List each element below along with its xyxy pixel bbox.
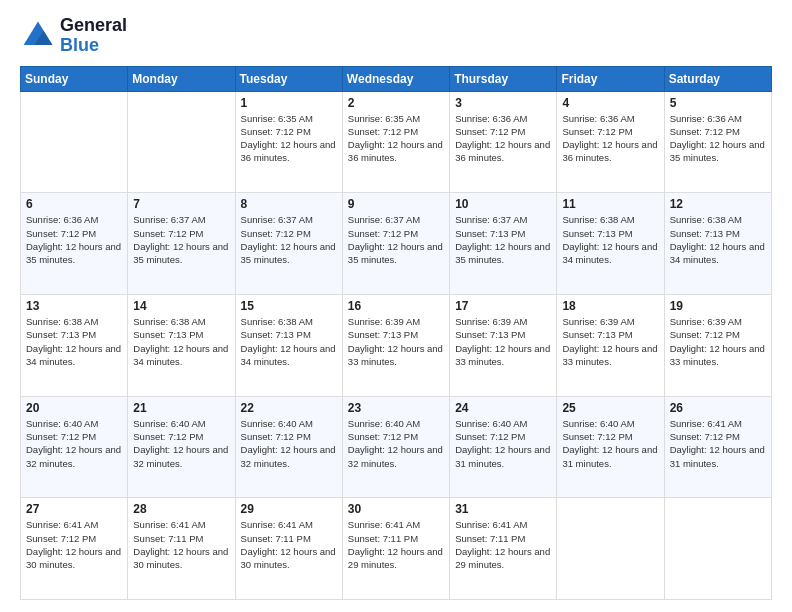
day-number: 31 xyxy=(455,502,551,516)
day-number: 3 xyxy=(455,96,551,110)
table-row: 14Sunrise: 6:38 AM Sunset: 7:13 PM Dayli… xyxy=(128,294,235,396)
header: General Blue xyxy=(20,16,772,56)
day-info: Sunrise: 6:40 AM Sunset: 7:12 PM Dayligh… xyxy=(348,417,444,470)
table-row: 27Sunrise: 6:41 AM Sunset: 7:12 PM Dayli… xyxy=(21,498,128,600)
day-number: 14 xyxy=(133,299,229,313)
day-info: Sunrise: 6:39 AM Sunset: 7:12 PM Dayligh… xyxy=(670,315,766,368)
table-row: 4Sunrise: 6:36 AM Sunset: 7:12 PM Daylig… xyxy=(557,91,664,193)
day-info: Sunrise: 6:36 AM Sunset: 7:12 PM Dayligh… xyxy=(670,112,766,165)
day-number: 19 xyxy=(670,299,766,313)
day-info: Sunrise: 6:39 AM Sunset: 7:13 PM Dayligh… xyxy=(455,315,551,368)
table-row: 22Sunrise: 6:40 AM Sunset: 7:12 PM Dayli… xyxy=(235,396,342,498)
day-info: Sunrise: 6:41 AM Sunset: 7:11 PM Dayligh… xyxy=(133,518,229,571)
table-row: 26Sunrise: 6:41 AM Sunset: 7:12 PM Dayli… xyxy=(664,396,771,498)
day-number: 23 xyxy=(348,401,444,415)
table-row: 15Sunrise: 6:38 AM Sunset: 7:13 PM Dayli… xyxy=(235,294,342,396)
day-info: Sunrise: 6:41 AM Sunset: 7:12 PM Dayligh… xyxy=(26,518,122,571)
table-row: 10Sunrise: 6:37 AM Sunset: 7:13 PM Dayli… xyxy=(450,193,557,295)
day-info: Sunrise: 6:40 AM Sunset: 7:12 PM Dayligh… xyxy=(455,417,551,470)
table-row: 31Sunrise: 6:41 AM Sunset: 7:11 PM Dayli… xyxy=(450,498,557,600)
table-row: 28Sunrise: 6:41 AM Sunset: 7:11 PM Dayli… xyxy=(128,498,235,600)
day-number: 17 xyxy=(455,299,551,313)
day-number: 24 xyxy=(455,401,551,415)
day-info: Sunrise: 6:35 AM Sunset: 7:12 PM Dayligh… xyxy=(348,112,444,165)
table-row xyxy=(557,498,664,600)
day-info: Sunrise: 6:38 AM Sunset: 7:13 PM Dayligh… xyxy=(562,213,658,266)
calendar-week-row: 13Sunrise: 6:38 AM Sunset: 7:13 PM Dayli… xyxy=(21,294,772,396)
day-info: Sunrise: 6:40 AM Sunset: 7:12 PM Dayligh… xyxy=(241,417,337,470)
table-row: 6Sunrise: 6:36 AM Sunset: 7:12 PM Daylig… xyxy=(21,193,128,295)
day-info: Sunrise: 6:38 AM Sunset: 7:13 PM Dayligh… xyxy=(26,315,122,368)
day-number: 15 xyxy=(241,299,337,313)
day-number: 6 xyxy=(26,197,122,211)
day-number: 9 xyxy=(348,197,444,211)
calendar-table: Sunday Monday Tuesday Wednesday Thursday… xyxy=(20,66,772,600)
table-row: 24Sunrise: 6:40 AM Sunset: 7:12 PM Dayli… xyxy=(450,396,557,498)
day-info: Sunrise: 6:38 AM Sunset: 7:13 PM Dayligh… xyxy=(133,315,229,368)
day-number: 30 xyxy=(348,502,444,516)
col-friday: Friday xyxy=(557,66,664,91)
table-row: 21Sunrise: 6:40 AM Sunset: 7:12 PM Dayli… xyxy=(128,396,235,498)
table-row: 2Sunrise: 6:35 AM Sunset: 7:12 PM Daylig… xyxy=(342,91,449,193)
logo-text: General Blue xyxy=(60,16,127,56)
day-number: 4 xyxy=(562,96,658,110)
day-info: Sunrise: 6:41 AM Sunset: 7:11 PM Dayligh… xyxy=(348,518,444,571)
col-sunday: Sunday xyxy=(21,66,128,91)
table-row: 29Sunrise: 6:41 AM Sunset: 7:11 PM Dayli… xyxy=(235,498,342,600)
day-number: 13 xyxy=(26,299,122,313)
day-info: Sunrise: 6:36 AM Sunset: 7:12 PM Dayligh… xyxy=(455,112,551,165)
table-row: 5Sunrise: 6:36 AM Sunset: 7:12 PM Daylig… xyxy=(664,91,771,193)
day-info: Sunrise: 6:37 AM Sunset: 7:12 PM Dayligh… xyxy=(348,213,444,266)
day-info: Sunrise: 6:37 AM Sunset: 7:12 PM Dayligh… xyxy=(133,213,229,266)
table-row: 20Sunrise: 6:40 AM Sunset: 7:12 PM Dayli… xyxy=(21,396,128,498)
table-row: 25Sunrise: 6:40 AM Sunset: 7:12 PM Dayli… xyxy=(557,396,664,498)
calendar-header-row: Sunday Monday Tuesday Wednesday Thursday… xyxy=(21,66,772,91)
table-row: 23Sunrise: 6:40 AM Sunset: 7:12 PM Dayli… xyxy=(342,396,449,498)
table-row: 12Sunrise: 6:38 AM Sunset: 7:13 PM Dayli… xyxy=(664,193,771,295)
table-row: 13Sunrise: 6:38 AM Sunset: 7:13 PM Dayli… xyxy=(21,294,128,396)
col-monday: Monday xyxy=(128,66,235,91)
day-info: Sunrise: 6:38 AM Sunset: 7:13 PM Dayligh… xyxy=(670,213,766,266)
day-number: 29 xyxy=(241,502,337,516)
day-number: 21 xyxy=(133,401,229,415)
day-info: Sunrise: 6:41 AM Sunset: 7:11 PM Dayligh… xyxy=(455,518,551,571)
day-number: 5 xyxy=(670,96,766,110)
day-number: 1 xyxy=(241,96,337,110)
table-row: 18Sunrise: 6:39 AM Sunset: 7:13 PM Dayli… xyxy=(557,294,664,396)
day-info: Sunrise: 6:39 AM Sunset: 7:13 PM Dayligh… xyxy=(348,315,444,368)
col-tuesday: Tuesday xyxy=(235,66,342,91)
day-number: 27 xyxy=(26,502,122,516)
day-info: Sunrise: 6:37 AM Sunset: 7:12 PM Dayligh… xyxy=(241,213,337,266)
table-row: 19Sunrise: 6:39 AM Sunset: 7:12 PM Dayli… xyxy=(664,294,771,396)
table-row: 30Sunrise: 6:41 AM Sunset: 7:11 PM Dayli… xyxy=(342,498,449,600)
col-wednesday: Wednesday xyxy=(342,66,449,91)
calendar-week-row: 1Sunrise: 6:35 AM Sunset: 7:12 PM Daylig… xyxy=(21,91,772,193)
day-info: Sunrise: 6:40 AM Sunset: 7:12 PM Dayligh… xyxy=(133,417,229,470)
table-row xyxy=(664,498,771,600)
table-row: 17Sunrise: 6:39 AM Sunset: 7:13 PM Dayli… xyxy=(450,294,557,396)
day-number: 7 xyxy=(133,197,229,211)
table-row: 9Sunrise: 6:37 AM Sunset: 7:12 PM Daylig… xyxy=(342,193,449,295)
table-row xyxy=(128,91,235,193)
day-info: Sunrise: 6:41 AM Sunset: 7:12 PM Dayligh… xyxy=(670,417,766,470)
table-row xyxy=(21,91,128,193)
table-row: 8Sunrise: 6:37 AM Sunset: 7:12 PM Daylig… xyxy=(235,193,342,295)
day-number: 25 xyxy=(562,401,658,415)
table-row: 3Sunrise: 6:36 AM Sunset: 7:12 PM Daylig… xyxy=(450,91,557,193)
day-info: Sunrise: 6:36 AM Sunset: 7:12 PM Dayligh… xyxy=(26,213,122,266)
day-number: 2 xyxy=(348,96,444,110)
day-number: 10 xyxy=(455,197,551,211)
day-info: Sunrise: 6:38 AM Sunset: 7:13 PM Dayligh… xyxy=(241,315,337,368)
day-number: 28 xyxy=(133,502,229,516)
table-row: 16Sunrise: 6:39 AM Sunset: 7:13 PM Dayli… xyxy=(342,294,449,396)
day-number: 20 xyxy=(26,401,122,415)
day-number: 8 xyxy=(241,197,337,211)
day-number: 26 xyxy=(670,401,766,415)
day-info: Sunrise: 6:41 AM Sunset: 7:11 PM Dayligh… xyxy=(241,518,337,571)
table-row: 11Sunrise: 6:38 AM Sunset: 7:13 PM Dayli… xyxy=(557,193,664,295)
col-thursday: Thursday xyxy=(450,66,557,91)
day-number: 16 xyxy=(348,299,444,313)
day-info: Sunrise: 6:39 AM Sunset: 7:13 PM Dayligh… xyxy=(562,315,658,368)
day-number: 18 xyxy=(562,299,658,313)
day-info: Sunrise: 6:40 AM Sunset: 7:12 PM Dayligh… xyxy=(26,417,122,470)
